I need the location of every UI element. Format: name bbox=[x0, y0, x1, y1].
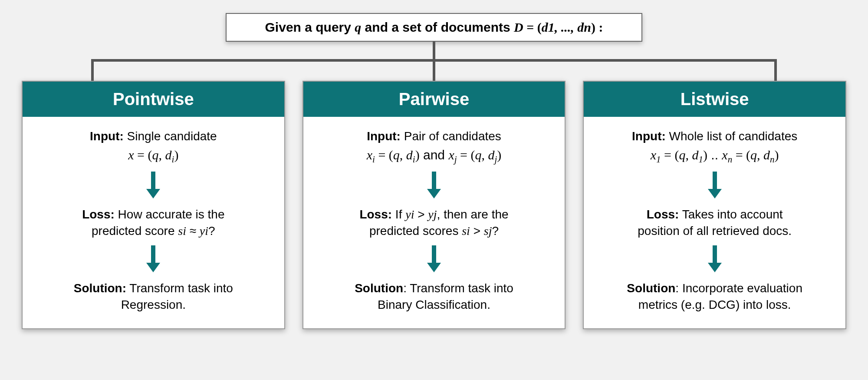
pw-l-q: ? bbox=[208, 224, 215, 238]
card-pointwise-title: Pointwise bbox=[23, 82, 284, 117]
pw-f-close: ) bbox=[174, 148, 178, 162]
pr-sol-t1: Transform task into bbox=[410, 281, 513, 295]
pr-xj: x bbox=[448, 148, 454, 162]
root-q: q bbox=[355, 20, 361, 34]
lw-xns: n bbox=[728, 154, 733, 165]
pairwise-loss-label: Loss: bbox=[359, 208, 392, 221]
pr-xi: x bbox=[367, 148, 372, 162]
lw-q2: q bbox=[750, 148, 757, 162]
arrow-down-icon bbox=[597, 172, 832, 198]
pr-d1: d bbox=[406, 148, 413, 162]
pr-q2: q bbox=[475, 148, 481, 162]
pr-l-yjs: j bbox=[434, 208, 437, 221]
cards-row: Pointwise Input: Single candidate x = (q… bbox=[22, 81, 846, 329]
pointwise-sol-text2: Regression. bbox=[121, 298, 186, 311]
card-pairwise-body: Input: Pair of candidates xi = (q, di) a… bbox=[303, 117, 565, 328]
lw-dn: d bbox=[763, 148, 770, 162]
lw-eq1: = ( bbox=[661, 148, 679, 162]
pr-l-si: s bbox=[462, 224, 467, 238]
pw-l-y: y bbox=[200, 224, 205, 238]
pairwise-input: Input: Pair of candidates xi = (q, di) a… bbox=[316, 128, 552, 165]
lw-dots: .. bbox=[707, 148, 722, 162]
pr-l-then: , then are the bbox=[437, 208, 509, 221]
arrow-down-icon bbox=[36, 245, 271, 272]
listwise-input-label: Input: bbox=[632, 129, 666, 143]
pointwise-sol-label: Solution: bbox=[74, 281, 126, 295]
card-listwise-body: Input: Whole list of candidates x1 = (q,… bbox=[584, 117, 845, 328]
lw-x1: x bbox=[651, 148, 656, 162]
lw-sol-colon: : bbox=[675, 281, 682, 295]
pairwise-loss: Loss: If yi > yj, then are the predicted… bbox=[316, 206, 552, 239]
listwise-loss: Loss: Takes into account position of all… bbox=[597, 206, 832, 239]
pr-d2: d bbox=[488, 148, 494, 162]
pairwise-input-label: Input: bbox=[367, 129, 401, 143]
listwise-sol-label: Solution bbox=[627, 281, 675, 295]
lw-sol-t2: metrics (e.g. DCG) into loss. bbox=[638, 298, 791, 311]
pointwise-solution: Solution: Transform task into Regression… bbox=[36, 280, 271, 313]
lw-sol-t1: Incorporate evaluation bbox=[682, 281, 802, 295]
root-suffix: ) : bbox=[591, 20, 603, 34]
root-mid: and a set of documents bbox=[361, 20, 514, 34]
pr-and: and bbox=[420, 148, 449, 162]
pr-c1: ) bbox=[415, 148, 420, 162]
root-sep: , ..., bbox=[555, 20, 578, 34]
pr-l-sis: i bbox=[467, 224, 470, 238]
connector-drop-left bbox=[91, 59, 94, 81]
root-statement: Given a query q and a set of documents D… bbox=[226, 13, 642, 42]
pointwise-loss-text2: predicted score bbox=[92, 224, 178, 238]
card-pairwise-title: Pairwise bbox=[303, 82, 565, 117]
listwise-input-text: Whole list of candidates bbox=[666, 129, 798, 143]
pr-l-yj: y bbox=[428, 208, 433, 221]
pw-f-q: q bbox=[152, 148, 159, 162]
pointwise-loss-label: Loss: bbox=[82, 208, 115, 221]
root-d1: d bbox=[542, 20, 548, 34]
pr-l-if: If bbox=[392, 208, 405, 221]
card-listwise-title: Listwise bbox=[584, 82, 845, 117]
pw-f-eq: = ( bbox=[134, 148, 152, 162]
pw-f-x: x bbox=[128, 148, 134, 162]
pr-c2: ) bbox=[497, 148, 501, 162]
pairwise-input-formula: xi = (q, di) and xj = (q, dj) bbox=[316, 146, 552, 165]
pointwise-input: Input: Single candidate x = (q, di) bbox=[36, 128, 271, 165]
pointwise-loss: Loss: How accurate is the predicted scor… bbox=[36, 206, 271, 239]
lw-c1: ) bbox=[703, 148, 707, 162]
pr-s1: , bbox=[400, 148, 406, 162]
card-pointwise: Pointwise Input: Single candidate x = (q… bbox=[22, 81, 285, 329]
pr-l-q: ? bbox=[492, 224, 499, 238]
arrow-down-icon bbox=[316, 245, 552, 272]
pointwise-sol-text1: Transform task into bbox=[126, 281, 233, 295]
pw-l-approx: ≈ bbox=[186, 224, 200, 238]
pointwise-loss-text1: How accurate is the bbox=[115, 208, 225, 221]
pr-l-yi: y bbox=[405, 208, 411, 221]
pr-l-line2: predicted scores bbox=[369, 224, 462, 238]
listwise-solution: Solution: Incorporate evaluation metrics… bbox=[597, 280, 832, 313]
pr-eq1: = ( bbox=[375, 148, 393, 162]
connector-drop-right bbox=[774, 59, 777, 81]
pr-l-gt1: > bbox=[414, 208, 428, 221]
pw-l-ysub: i bbox=[205, 224, 208, 238]
lw-sep2: , bbox=[757, 148, 763, 162]
pw-l-s: s bbox=[178, 224, 183, 238]
listwise-loss-label: Loss: bbox=[647, 208, 679, 221]
lw-x1s: 1 bbox=[656, 154, 661, 165]
listwise-input: Input: Whole list of candidates x1 = (q,… bbox=[597, 128, 832, 165]
pw-l-ssub: i bbox=[183, 224, 186, 238]
root-prefix: Given a query bbox=[265, 20, 355, 34]
pr-q1: q bbox=[393, 148, 400, 162]
card-listwise: Listwise Input: Whole list of candidates… bbox=[583, 81, 846, 329]
lw-d1s: 1 bbox=[699, 154, 704, 165]
connector-drop-mid bbox=[433, 59, 435, 81]
pr-l-gt2: > bbox=[470, 224, 484, 238]
lw-l-t1: Takes into account bbox=[679, 208, 783, 221]
tree-connector bbox=[91, 42, 777, 81]
lw-sep1: , bbox=[686, 148, 692, 162]
pairwise-sol-label: Solution bbox=[355, 281, 403, 295]
root-D: D bbox=[514, 20, 523, 34]
pw-f-sep: , bbox=[159, 148, 165, 162]
lw-eq2: = ( bbox=[732, 148, 750, 162]
pr-sol-t2: Binary Classification. bbox=[378, 298, 490, 311]
connector-stem bbox=[433, 42, 435, 59]
root-dn: d bbox=[577, 20, 584, 34]
pr-l-sj: s bbox=[484, 224, 489, 238]
lw-q1: q bbox=[679, 148, 686, 162]
